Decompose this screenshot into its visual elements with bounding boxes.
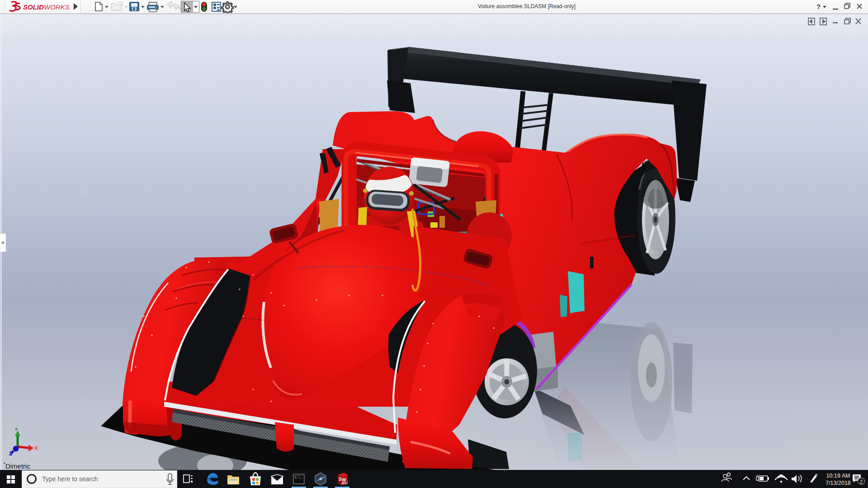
svg-text:C:\_: C:\_ (295, 476, 303, 479)
svg-text:?: ? (816, 3, 821, 10)
svg-text:2017: 2017 (341, 482, 348, 485)
svg-text:SOLID: SOLID (23, 3, 44, 11)
svg-text:7/13/2018: 7/13/2018 (826, 480, 851, 486)
svg-text:S: S (339, 477, 342, 482)
svg-text:WORKS: WORKS (44, 3, 70, 11)
svg-text:2: 2 (860, 479, 863, 484)
svg-text:10:19 AM: 10:19 AM (826, 473, 850, 479)
